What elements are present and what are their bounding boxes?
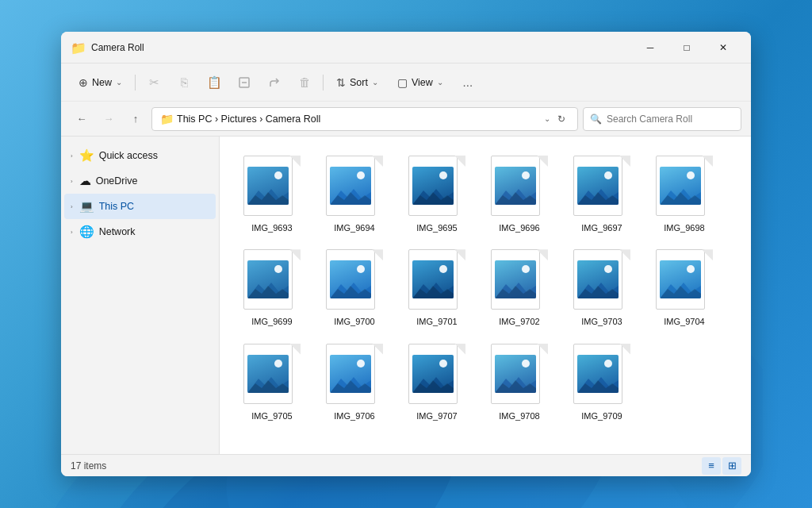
address-bar[interactable]: 📁 This PC › Pictures › Camera Roll ⌄ ↻ xyxy=(151,107,578,131)
file-icon xyxy=(573,156,630,219)
file-icon xyxy=(408,156,465,219)
grid-view-button[interactable]: ⊞ xyxy=(722,457,741,475)
file-item[interactable]: IMG_9709 xyxy=(562,337,642,428)
toolbar-sep-2 xyxy=(323,75,324,90)
file-item[interactable]: IMG_9703 xyxy=(562,243,642,333)
file-item[interactable]: IMG_9708 xyxy=(480,337,559,428)
sort-button[interactable]: ⇅ Sort ⌄ xyxy=(328,69,386,96)
close-button[interactable]: ✕ xyxy=(705,35,741,60)
svg-marker-25 xyxy=(495,286,536,298)
file-item[interactable]: IMG_9694 xyxy=(315,149,394,240)
file-name: IMG_9703 xyxy=(581,316,622,327)
explorer-window: 📁 Camera Roll ─ □ ✕ ⊕ New ⌄ ✂ ⎘ 📋 🗑 ⇅ So… xyxy=(61,32,751,476)
sidebar-item-onedrive[interactable]: › ☁ OneDrive xyxy=(64,168,216,194)
sidebar-item-network[interactable]: › 🌐 Network xyxy=(64,219,216,244)
quick-access-chevron: › xyxy=(71,152,73,160)
file-name: IMG_9707 xyxy=(416,410,457,421)
file-name: IMG_9708 xyxy=(499,410,539,421)
file-name: IMG_9709 xyxy=(581,410,622,421)
file-item[interactable]: IMG_9700 xyxy=(315,243,394,333)
path-dropdown-icon[interactable]: ⌄ xyxy=(544,114,550,123)
svg-marker-29 xyxy=(660,286,701,298)
svg-marker-39 xyxy=(577,380,619,393)
file-name: IMG_9697 xyxy=(581,222,622,233)
file-icon xyxy=(573,344,630,407)
share-button[interactable] xyxy=(261,69,288,96)
status-view-buttons: ≡ ⊞ xyxy=(702,457,741,475)
paste-button[interactable]: 📋 xyxy=(201,69,228,96)
file-item[interactable]: IMG_9701 xyxy=(397,243,477,333)
status-bar: 17 items ≡ ⊞ xyxy=(61,454,751,476)
sort-chevron: ⌄ xyxy=(372,78,378,87)
svg-marker-11 xyxy=(412,192,454,205)
list-view-button[interactable]: ≡ xyxy=(702,457,721,475)
file-item[interactable]: IMG_9699 xyxy=(232,243,312,333)
this-pc-icon: 💻 xyxy=(79,199,94,214)
window-title: Camera Roll xyxy=(91,42,632,53)
file-name: IMG_9694 xyxy=(334,222,374,233)
file-item[interactable]: IMG_9698 xyxy=(645,149,724,240)
file-icon xyxy=(326,344,383,407)
file-item[interactable]: IMG_9704 xyxy=(645,243,724,333)
refresh-button[interactable]: ↻ xyxy=(553,111,569,127)
file-item[interactable]: IMG_9706 xyxy=(315,337,394,428)
new-label: New xyxy=(92,77,112,88)
back-button[interactable]: ← xyxy=(71,108,93,130)
title-bar: 📁 Camera Roll ─ □ ✕ xyxy=(61,32,751,64)
up-button[interactable]: ↑ xyxy=(124,108,147,130)
svg-marker-35 xyxy=(412,380,454,393)
onedrive-chevron: › xyxy=(71,178,73,185)
sort-label: Sort xyxy=(350,77,368,88)
file-item[interactable]: IMG_9707 xyxy=(397,337,477,428)
more-button[interactable]: ... xyxy=(454,69,481,96)
minimize-button[interactable]: ─ xyxy=(632,35,668,60)
file-item[interactable]: IMG_9693 xyxy=(232,149,312,240)
view-label: View xyxy=(412,77,433,88)
sidebar-item-quick-access[interactable]: › ⭐ Quick access xyxy=(64,143,216,168)
search-box[interactable]: 🔍 xyxy=(583,107,741,131)
svg-marker-33 xyxy=(330,380,371,393)
forward-button[interactable]: → xyxy=(98,108,120,130)
search-icon: 🔍 xyxy=(590,114,602,125)
file-item[interactable]: IMG_9697 xyxy=(562,149,642,240)
file-area: IMG_9693 IMG_9694 xyxy=(220,137,751,454)
view-chevron: ⌄ xyxy=(437,78,443,87)
sort-icon: ⇅ xyxy=(336,76,346,89)
file-icon xyxy=(243,156,301,219)
file-name: IMG_9701 xyxy=(416,316,457,327)
sidebar: › ⭐ Quick access › ☁ OneDrive › 💻 This P… xyxy=(61,137,220,454)
this-pc-chevron: › xyxy=(71,203,73,210)
file-name: IMG_9706 xyxy=(334,410,374,421)
view-icon: ▢ xyxy=(397,76,408,89)
sidebar-item-this-pc[interactable]: › 💻 This PC xyxy=(64,194,216,219)
toolbar: ⊕ New ⌄ ✂ ⎘ 📋 🗑 ⇅ Sort ⌄ ▢ View ⌄ ... xyxy=(61,64,751,102)
quick-access-label: Quick access xyxy=(99,150,209,161)
cut-button[interactable]: ✂ xyxy=(140,69,167,96)
new-button[interactable]: ⊕ New ⌄ xyxy=(71,69,130,96)
svg-marker-9 xyxy=(330,192,371,205)
file-item[interactable]: IMG_9696 xyxy=(480,149,559,240)
file-icon xyxy=(326,156,383,219)
network-chevron: › xyxy=(71,229,73,236)
file-icon xyxy=(656,249,713,313)
svg-marker-17 xyxy=(660,192,701,205)
file-item[interactable]: IMG_9705 xyxy=(232,337,312,428)
new-chevron: ⌄ xyxy=(116,78,122,87)
rename-button[interactable] xyxy=(231,69,258,96)
file-icon xyxy=(491,344,548,407)
file-item[interactable]: IMG_9695 xyxy=(397,149,477,240)
view-button[interactable]: ▢ View ⌄ xyxy=(389,69,451,96)
svg-marker-15 xyxy=(577,192,619,205)
file-name: IMG_9693 xyxy=(251,222,292,233)
copy-button[interactable]: ⎘ xyxy=(170,69,197,96)
search-input[interactable] xyxy=(607,114,734,125)
file-icon xyxy=(491,156,548,219)
svg-marker-7 xyxy=(247,192,289,205)
maximize-button[interactable]: □ xyxy=(668,35,705,60)
file-item[interactable]: IMG_9702 xyxy=(480,243,559,333)
file-name: IMG_9698 xyxy=(664,222,704,233)
path-text: This PC › Pictures › Camera Roll xyxy=(177,114,541,125)
file-name: IMG_9704 xyxy=(664,316,704,327)
svg-marker-37 xyxy=(495,380,536,393)
delete-button[interactable]: 🗑 xyxy=(291,69,318,96)
